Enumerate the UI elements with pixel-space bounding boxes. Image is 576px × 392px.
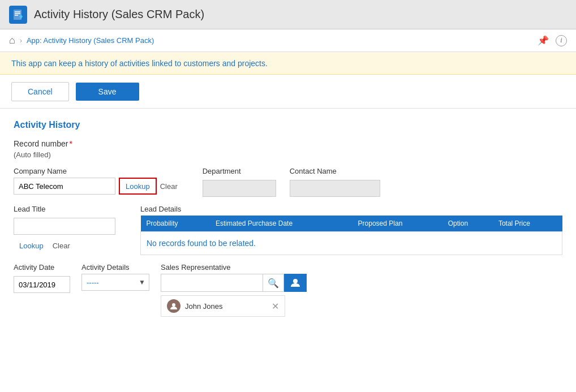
lead-row: Lead Title Lookup Clear Lead Details Pro… <box>14 205 562 255</box>
company-lookup-button[interactable]: Lookup <box>119 178 157 195</box>
svg-point-4 <box>293 279 298 283</box>
nav-separator: › <box>20 37 22 45</box>
activity-date-label: Activity Date <box>14 263 70 272</box>
sales-rep-group: Sales Representative 🔍 <box>161 263 562 317</box>
app-title: Activity History (Sales CRM Pack) <box>34 8 204 21</box>
no-records-cell: No records found to be related. <box>141 232 562 255</box>
breadcrumb-link[interactable]: App: Activity History (Sales CRM Pack) <box>27 36 154 45</box>
lead-clear-button[interactable]: Clear <box>53 242 70 250</box>
company-name-input[interactable] <box>14 178 115 195</box>
company-dept-row: Company Name Lookup Clear Department Con… <box>14 167 562 197</box>
search-icon: 🔍 <box>268 278 279 288</box>
actions-bar: Cancel Save <box>0 75 576 109</box>
auto-filled-label: (Auto filled) <box>14 150 562 159</box>
activity-details-select[interactable]: ----- ▼ <box>81 274 149 291</box>
sales-rep-person-button[interactable] <box>284 274 307 292</box>
company-name-label: Company Name <box>14 167 178 175</box>
contact-name-group: Contact Name <box>290 167 380 197</box>
info-banner: This app can keep a history of activitie… <box>0 52 576 75</box>
company-name-group: Company Name Lookup Clear <box>14 167 178 195</box>
info-icon[interactable]: i <box>556 35 567 46</box>
department-label: Department <box>203 167 276 175</box>
remove-rep-button[interactable]: ✕ <box>272 301 279 312</box>
nav-left: ⌂ › App: Activity History (Sales CRM Pac… <box>9 35 154 46</box>
chevron-down-icon: ▼ <box>135 278 149 286</box>
bottom-row: Activity Date Activity Details ----- ▼ S… <box>14 263 562 317</box>
department-input[interactable] <box>203 180 276 197</box>
main-content: Activity History Record number* (Auto fi… <box>0 109 576 392</box>
record-number-group: Record number* (Auto filled) <box>14 139 562 159</box>
no-records-text: No records found to be related. <box>147 239 256 248</box>
table-row: No records found to be related. <box>141 232 562 255</box>
banner-text: This app can keep a history of activitie… <box>11 59 268 68</box>
col-est-purchase-date: Estimated Purchase Date <box>210 216 353 232</box>
activity-date-group: Activity Date <box>14 263 70 293</box>
lead-details-table: Probability Estimated Purchase Date Prop… <box>140 216 562 255</box>
lead-table-header: Probability Estimated Purchase Date Prop… <box>141 216 562 232</box>
pin-icon[interactable]: 📌 <box>538 35 549 46</box>
activity-details-group: Activity Details ----- ▼ <box>81 263 149 291</box>
sales-rep-label: Sales Representative <box>161 263 562 272</box>
svg-point-5 <box>172 303 175 307</box>
nav-bar: ⌂ › App: Activity History (Sales CRM Pac… <box>0 29 576 52</box>
save-button[interactable]: Save <box>76 83 139 101</box>
lead-details-group: Lead Details Probability Estimated Purch… <box>140 205 562 255</box>
section-title: Activity History <box>14 120 562 130</box>
lead-title-actions: Lookup Clear <box>14 237 127 254</box>
contact-name-input[interactable] <box>290 180 380 197</box>
activity-date-input[interactable] <box>14 276 70 293</box>
activity-details-value: ----- <box>82 278 135 287</box>
col-proposed-plan: Proposed Plan <box>353 216 442 232</box>
lead-details-label: Lead Details <box>140 205 562 213</box>
lead-table-body: No records found to be related. <box>141 232 562 255</box>
department-group: Department <box>203 167 276 197</box>
title-bar: Activity History (Sales CRM Pack) <box>0 0 576 29</box>
record-number-label: Record number* <box>14 139 562 148</box>
sales-rep-search-button[interactable]: 🔍 <box>263 274 284 292</box>
required-star: * <box>70 139 72 148</box>
col-option: Option <box>442 216 493 232</box>
sales-rep-input-row: 🔍 <box>161 274 562 292</box>
col-total-price: Total Price <box>493 216 562 232</box>
sales-rep-input[interactable] <box>161 274 263 292</box>
nav-right: 📌 i <box>538 35 567 46</box>
activity-details-label: Activity Details <box>81 263 149 272</box>
sales-rep-name: John Jones <box>185 302 267 311</box>
lead-lookup-button[interactable]: Lookup <box>14 237 49 254</box>
home-icon[interactable]: ⌂ <box>9 35 15 46</box>
lead-title-input[interactable] <box>14 218 115 235</box>
col-probability: Probability <box>141 216 210 232</box>
lead-title-group: Lead Title Lookup Clear <box>14 205 127 254</box>
lead-title-label: Lead Title <box>14 205 127 213</box>
cancel-button[interactable]: Cancel <box>11 82 69 101</box>
app-icon <box>9 6 27 24</box>
company-clear-button[interactable]: Clear <box>160 182 178 191</box>
sales-rep-result: John Jones ✕ <box>161 295 285 317</box>
contact-name-label: Contact Name <box>290 167 380 175</box>
svg-rect-0 <box>14 10 22 20</box>
avatar <box>167 299 180 313</box>
